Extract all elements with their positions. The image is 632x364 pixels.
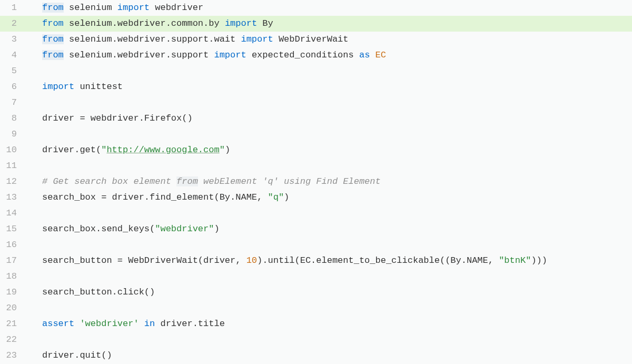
token: By bbox=[257, 18, 273, 28]
code-line[interactable]: 23driver.quit() bbox=[0, 348, 632, 363]
token: unittest bbox=[74, 82, 123, 92]
line-number: 6 bbox=[0, 79, 25, 95]
code-content[interactable]: search_button.click() bbox=[25, 284, 632, 300]
token: ))) bbox=[531, 255, 547, 265]
code-line[interactable]: 4from selenium.webdriver.support import … bbox=[0, 47, 632, 63]
code-line[interactable]: 11 bbox=[0, 158, 632, 174]
line-number: 2 bbox=[0, 16, 25, 32]
code-content[interactable]: search_box = driver.find_element(By.NAME… bbox=[25, 190, 632, 205]
line-number: 7 bbox=[0, 95, 25, 111]
code-line[interactable]: 2from selenium.webdriver.common.by impor… bbox=[0, 16, 632, 32]
token: # Get search box element bbox=[42, 176, 176, 186]
code-line[interactable]: 8driver = webdriver.Firefox() bbox=[0, 111, 632, 126]
line-number: 22 bbox=[0, 332, 25, 348]
token: from bbox=[42, 3, 64, 13]
token: ) bbox=[225, 145, 230, 155]
token: " bbox=[101, 145, 106, 155]
token: http://www.google.com bbox=[106, 145, 219, 155]
code-content[interactable] bbox=[25, 158, 632, 174]
code-content[interactable]: from selenium.webdriver.common.by import… bbox=[25, 16, 632, 32]
token: ).until(EC.element_to_be_clickable((By.N… bbox=[257, 255, 499, 265]
code-content[interactable]: assert 'webdriver' in driver.title bbox=[25, 316, 632, 332]
token: expected_conditions bbox=[246, 50, 359, 60]
code-content[interactable]: from selenium import webdriver bbox=[25, 0, 632, 16]
token: from bbox=[176, 176, 198, 186]
code-content[interactable]: search_button = WebDriverWait(driver, 10… bbox=[25, 253, 632, 269]
code-content[interactable] bbox=[25, 269, 632, 284]
code-line[interactable]: 9 bbox=[0, 126, 632, 142]
code-line[interactable]: 12# Get search box element from webEleme… bbox=[0, 174, 632, 190]
code-content[interactable] bbox=[25, 205, 632, 221]
code-content[interactable]: from selenium.webdriver.support.wait imp… bbox=[25, 32, 632, 47]
token: "q" bbox=[268, 192, 284, 202]
code-content[interactable] bbox=[25, 237, 632, 253]
token: ) bbox=[284, 192, 289, 202]
code-content[interactable]: import unittest bbox=[25, 79, 632, 95]
code-line[interactable]: 10driver.get("http://www.google.com") bbox=[0, 142, 632, 158]
line-number: 16 bbox=[0, 237, 25, 253]
token: driver.title bbox=[155, 319, 225, 329]
token: in bbox=[144, 319, 155, 329]
line-number: 21 bbox=[0, 316, 25, 332]
line-number: 17 bbox=[0, 253, 25, 269]
code-line[interactable]: 19search_button.click() bbox=[0, 284, 632, 300]
code-line[interactable]: 21assert 'webdriver' in driver.title bbox=[0, 316, 632, 332]
token: import bbox=[225, 18, 257, 28]
code-line[interactable]: 20 bbox=[0, 300, 632, 316]
token: 10 bbox=[246, 255, 257, 265]
line-number: 20 bbox=[0, 300, 25, 316]
token bbox=[139, 319, 144, 329]
code-line[interactable]: 17search_button = WebDriverWait(driver, … bbox=[0, 253, 632, 269]
code-content[interactable]: from selenium.webdriver.support import e… bbox=[25, 47, 632, 63]
code-content[interactable]: # Get search box element from webElement… bbox=[25, 174, 632, 190]
token: assert bbox=[42, 319, 74, 329]
code-content[interactable] bbox=[25, 63, 632, 79]
code-line[interactable]: 16 bbox=[0, 237, 632, 253]
code-editor[interactable]: 1from selenium import webdriver2from sel… bbox=[0, 0, 632, 363]
code-content[interactable] bbox=[25, 300, 632, 316]
token: "webdriver" bbox=[155, 224, 214, 234]
token: driver.get( bbox=[42, 145, 101, 155]
token: from bbox=[42, 18, 64, 28]
line-number: 14 bbox=[0, 205, 25, 221]
code-line[interactable]: 22 bbox=[0, 332, 632, 348]
token: import bbox=[241, 34, 273, 44]
line-number: 15 bbox=[0, 221, 25, 237]
line-number: 10 bbox=[0, 142, 25, 158]
line-number: 9 bbox=[0, 126, 25, 142]
code-content[interactable] bbox=[25, 332, 632, 348]
token: selenium.webdriver.common.by bbox=[64, 18, 225, 28]
line-number: 23 bbox=[0, 348, 25, 363]
code-content[interactable] bbox=[25, 95, 632, 111]
token: selenium.webdriver.support.wait bbox=[64, 34, 241, 44]
code-line[interactable]: 7 bbox=[0, 95, 632, 111]
code-content[interactable]: search_box.send_keys("webdriver") bbox=[25, 221, 632, 237]
code-line[interactable]: 18 bbox=[0, 269, 632, 284]
code-content[interactable]: driver = webdriver.Firefox() bbox=[25, 111, 632, 126]
code-line[interactable]: 13search_box = driver.find_element(By.NA… bbox=[0, 190, 632, 205]
line-number: 5 bbox=[0, 63, 25, 79]
token: as bbox=[359, 50, 370, 60]
code-content[interactable] bbox=[25, 126, 632, 142]
token: search_button.click() bbox=[42, 287, 155, 297]
token: search_button = WebDriverWait(driver, bbox=[42, 255, 246, 265]
code-content[interactable]: driver.get("http://www.google.com") bbox=[25, 142, 632, 158]
token: webElement 'q' using Find Element bbox=[198, 176, 381, 186]
code-line[interactable]: 14 bbox=[0, 205, 632, 221]
token bbox=[74, 319, 80, 329]
line-number: 11 bbox=[0, 158, 25, 174]
line-number: 19 bbox=[0, 284, 25, 300]
line-number: 13 bbox=[0, 190, 25, 205]
token: driver = webdriver.Firefox() bbox=[42, 113, 193, 123]
code-line[interactable]: 15search_box.send_keys("webdriver") bbox=[0, 221, 632, 237]
code-line[interactable]: 6import unittest bbox=[0, 79, 632, 95]
code-line[interactable]: 3from selenium.webdriver.support.wait im… bbox=[0, 32, 632, 47]
line-number: 8 bbox=[0, 111, 25, 126]
token: "btnK" bbox=[499, 255, 531, 265]
token: " bbox=[220, 145, 225, 155]
token: search_box = driver.find_element(By.NAME… bbox=[42, 192, 268, 202]
code-content[interactable]: driver.quit() bbox=[25, 348, 632, 363]
code-line[interactable]: 1from selenium import webdriver bbox=[0, 0, 632, 16]
token: WebDriverWait bbox=[273, 34, 349, 44]
code-line[interactable]: 5 bbox=[0, 63, 632, 79]
